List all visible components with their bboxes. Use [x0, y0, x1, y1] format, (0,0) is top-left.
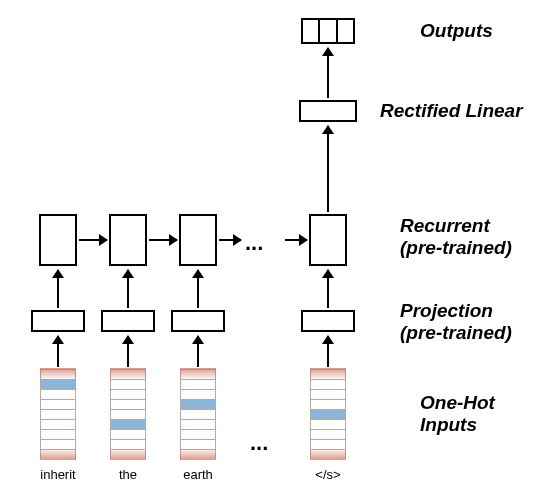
- projection-box: [301, 310, 355, 332]
- onehot-cell: [310, 419, 346, 429]
- arrow-up: [127, 336, 129, 367]
- onehot-cell: [310, 449, 346, 459]
- onehot-cell-hot: [180, 399, 216, 409]
- recurrent-box: [309, 214, 347, 266]
- label-recurrent-l1: Recurrent: [400, 215, 490, 236]
- onehot-cell: [40, 429, 76, 439]
- onehot-cell: [40, 389, 76, 399]
- arrow-up: [197, 270, 199, 308]
- projection-box: [171, 310, 225, 332]
- token-label: the: [100, 467, 156, 482]
- arrow-right: [79, 239, 107, 241]
- onehot-cell: [180, 379, 216, 389]
- label-onehot-l2: Inputs: [420, 414, 477, 435]
- onehot-cell: [180, 449, 216, 459]
- onehot-cell: [40, 419, 76, 429]
- onehot-cell: [110, 409, 146, 419]
- ellipsis-recurrent: ...: [245, 230, 263, 256]
- onehot-cell: [180, 439, 216, 449]
- onehot-cell: [110, 429, 146, 439]
- label-onehot-l1: One-Hot: [420, 392, 495, 413]
- arrow-right: [219, 239, 241, 241]
- onehot-vector: [180, 369, 216, 459]
- recurrent-box: [179, 214, 217, 266]
- token-label: earth: [170, 467, 226, 482]
- onehot-cell: [180, 369, 216, 379]
- arrow-up: [327, 336, 329, 367]
- onehot-cell-hot: [110, 419, 146, 429]
- onehot-cell: [180, 419, 216, 429]
- onehot-cell: [40, 449, 76, 459]
- onehot-vector: [310, 369, 346, 459]
- projection-box: [101, 310, 155, 332]
- onehot-vector: [110, 369, 146, 459]
- label-rectified: Rectified Linear: [380, 100, 523, 122]
- onehot-cell: [310, 389, 346, 399]
- onehot-cell: [310, 379, 346, 389]
- onehot-vector: [40, 369, 76, 459]
- arrow-up: [327, 126, 329, 212]
- onehot-cell: [110, 379, 146, 389]
- onehot-cell: [310, 429, 346, 439]
- onehot-cell: [40, 409, 76, 419]
- onehot-cell: [180, 409, 216, 419]
- onehot-cell: [110, 369, 146, 379]
- arrow-up: [57, 336, 59, 367]
- onehot-cell: [110, 439, 146, 449]
- arrow-up: [327, 48, 329, 98]
- output-slot: [301, 18, 318, 44]
- rectified-linear-box: [299, 100, 357, 122]
- token-label: inherit: [30, 467, 86, 482]
- label-onehot: One-Hot Inputs: [420, 392, 495, 437]
- output-slot: [318, 18, 335, 44]
- arrow-up: [57, 270, 59, 308]
- onehot-cell: [40, 369, 76, 379]
- onehot-cell: [110, 399, 146, 409]
- output-slot: [336, 18, 355, 44]
- label-recurrent-l2: (pre-trained): [400, 237, 512, 258]
- token-label: </s>: [300, 467, 356, 482]
- ellipsis-onehot: ...: [250, 430, 268, 456]
- arrow-up: [197, 336, 199, 367]
- onehot-cell: [180, 429, 216, 439]
- recurrent-box: [109, 214, 147, 266]
- onehot-cell: [40, 399, 76, 409]
- arrow-up: [327, 270, 329, 308]
- onehot-cell-hot: [310, 409, 346, 419]
- recurrent-box: [39, 214, 77, 266]
- label-projection-l2: (pre-trained): [400, 322, 512, 343]
- label-projection-l1: Projection: [400, 300, 493, 321]
- arrow-right: [285, 239, 307, 241]
- projection-box: [31, 310, 85, 332]
- onehot-cell: [180, 389, 216, 399]
- label-outputs: Outputs: [420, 20, 493, 42]
- arrow-right: [149, 239, 177, 241]
- arrow-up: [127, 270, 129, 308]
- onehot-cell: [310, 399, 346, 409]
- onehot-cell: [40, 439, 76, 449]
- outputs-box: [301, 18, 355, 44]
- label-projection: Projection (pre-trained): [400, 300, 512, 345]
- onehot-cell: [310, 369, 346, 379]
- onehot-cell: [110, 449, 146, 459]
- label-recurrent: Recurrent (pre-trained): [400, 215, 512, 260]
- onehot-cell: [310, 439, 346, 449]
- onehot-cell: [110, 389, 146, 399]
- onehot-cell-hot: [40, 379, 76, 389]
